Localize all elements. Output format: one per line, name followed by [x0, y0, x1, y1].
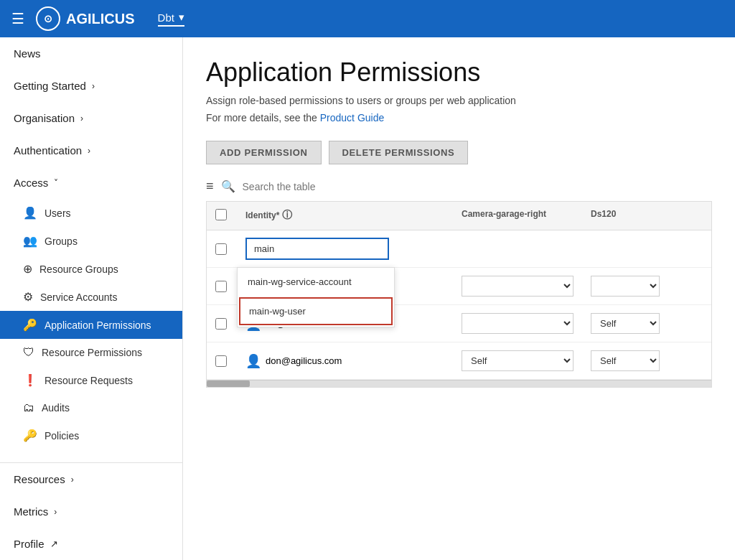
- sidebar-item-news[interactable]: News: [0, 37, 182, 70]
- table-row: 👤 don@agilicus.com Self Self: [207, 342, 711, 380]
- identity-header-label: Identity*: [245, 210, 282, 220]
- external-link-icon: ↗: [50, 538, 58, 549]
- camera-garage-select[interactable]: Self: [462, 350, 574, 371]
- camera-garage-cell: [453, 270, 582, 302]
- sidebar-item-label: Resource Requests: [45, 375, 133, 386]
- tenant-dropdown[interactable]: Dbt ▾: [158, 11, 184, 27]
- sidebar-item-label: Getting Started: [14, 80, 86, 92]
- service-accounts-icon: ⚙: [23, 290, 33, 304]
- row-checkbox[interactable]: [215, 355, 227, 367]
- row-checkbox-cell: [207, 350, 237, 373]
- sidebar-item-label: Application Permissions: [45, 319, 151, 331]
- ds120-select[interactable]: [591, 276, 660, 297]
- extra-cell: [668, 243, 711, 255]
- identity-input[interactable]: [245, 238, 389, 260]
- page-subtitle: Assign role-based permissions to users o…: [206, 95, 712, 106]
- permissions-table: Identity* ⓘ Camera-garage-right Ds120 ma…: [206, 201, 712, 388]
- sidebar-item-service-accounts[interactable]: ⚙ Service Accounts: [0, 283, 182, 311]
- user-row-icon: 👤: [245, 353, 261, 369]
- brand-name: AGILICUS: [66, 11, 135, 27]
- ds120-select[interactable]: Self: [591, 350, 660, 371]
- alert-icon: ❗: [23, 373, 37, 387]
- main-content: Application Permissions Assign role-base…: [183, 37, 735, 560]
- page-link-line: For more details, see the Product Guide: [206, 112, 712, 123]
- identity-cell: 👤 don@agilicus.com: [237, 347, 453, 375]
- menu-icon[interactable]: ☰: [11, 10, 24, 27]
- scrollbar-thumb[interactable]: [207, 381, 250, 387]
- filter-icon[interactable]: ≡: [206, 179, 214, 194]
- ds120-cell: Self: [582, 345, 668, 377]
- identity-cell-editing: main-wg-service-account main-wg-user: [237, 232, 453, 266]
- groups-icon: 👥: [23, 234, 37, 248]
- ds120-select[interactable]: Self: [591, 313, 660, 334]
- chevron-right-icon: ›: [92, 81, 95, 91]
- camera-garage-select[interactable]: [462, 276, 574, 297]
- shield-icon: 🛡: [23, 346, 34, 359]
- sidebar-item-resource-permissions[interactable]: 🛡 Resource Permissions: [0, 339, 182, 366]
- chevron-right-icon: ›: [80, 113, 83, 123]
- ds120-cell: [582, 243, 668, 255]
- table-row: main-wg-service-account main-wg-user: [207, 230, 711, 268]
- sidebar-item-authentication[interactable]: Authentication ›: [0, 134, 182, 167]
- row-checkbox-cell: [207, 312, 237, 335]
- row-checkbox[interactable]: [215, 318, 227, 330]
- camera-garage-cell: Self: [453, 345, 582, 377]
- resource-groups-icon: ⊕: [23, 262, 32, 276]
- sidebar-item-resources[interactable]: Resources ›: [0, 463, 182, 495]
- header-checkbox-cell: [207, 202, 237, 230]
- link-prefix: For more details, see the: [206, 112, 320, 123]
- header-ds120: Ds120: [582, 202, 668, 230]
- camera-garage-cell: [453, 307, 582, 340]
- row-checkbox[interactable]: [215, 243, 227, 255]
- autocomplete-dropdown: main-wg-service-account main-wg-user: [237, 267, 395, 327]
- sidebar-item-metrics[interactable]: Metrics ›: [0, 495, 182, 528]
- sidebar-item-resource-groups[interactable]: ⊕ Resource Groups: [0, 255, 182, 283]
- sidebar-item-access[interactable]: Access ˅: [0, 167, 182, 199]
- tenant-label: Dbt: [158, 11, 174, 24]
- camera-garage-cell: [453, 243, 582, 255]
- sidebar-item-audits[interactable]: 🗂 Audits: [0, 394, 182, 421]
- select-all-checkbox[interactable]: [215, 209, 227, 220]
- sidebar-item-organisation[interactable]: Organisation ›: [0, 102, 182, 134]
- delete-permissions-button[interactable]: DELETE PERMISSIONS: [329, 141, 469, 164]
- action-buttons: ADD PERMISSION DELETE PERMISSIONS: [206, 141, 712, 164]
- sidebar-item-users[interactable]: 👤 Users: [0, 199, 182, 227]
- logo: ⊙ AGILICUS: [36, 6, 135, 31]
- row-checkbox-cell: [207, 275, 237, 298]
- header: ☰ ⊙ AGILICUS Dbt ▾: [0, 0, 735, 37]
- sidebar-item-label: Users: [45, 207, 71, 219]
- sidebar-item-label: Service Accounts: [40, 291, 117, 303]
- product-guide-link[interactable]: Product Guide: [320, 112, 385, 123]
- search-icon: 🔍: [221, 179, 235, 193]
- autocomplete-item-service-account[interactable]: main-wg-service-account: [238, 268, 394, 296]
- chevron-right-icon: ›: [54, 507, 57, 517]
- sidebar-item-label: Resource Permissions: [42, 347, 142, 358]
- sidebar-item-getting-started[interactable]: Getting Started ›: [0, 70, 182, 102]
- sidebar-item-policies[interactable]: 🔑 Policies: [0, 421, 182, 449]
- audits-icon: 🗂: [23, 401, 34, 414]
- sidebar-item-groups[interactable]: 👥 Groups: [0, 227, 182, 255]
- sidebar-item-application-permissions[interactable]: 🔑 Application Permissions: [0, 311, 182, 339]
- row-checkbox[interactable]: [215, 281, 227, 292]
- horizontal-scrollbar[interactable]: [207, 380, 711, 387]
- sidebar-item-resource-requests[interactable]: ❗ Resource Requests: [0, 366, 182, 394]
- sidebar-item-label: Resource Groups: [39, 263, 118, 275]
- add-permission-button[interactable]: ADD PERMISSION: [206, 141, 322, 164]
- chevron-right-icon: ›: [88, 146, 90, 156]
- ds120-cell: [582, 270, 668, 302]
- search-input[interactable]: [243, 181, 386, 192]
- ds120-cell: Self: [582, 307, 668, 340]
- sidebar-item-profile[interactable]: Profile ↗: [0, 528, 182, 560]
- camera-garage-select[interactable]: [462, 313, 574, 334]
- extra-cell: [668, 318, 711, 330]
- autocomplete-item-user[interactable]: main-wg-user: [239, 297, 393, 325]
- header-identity: Identity* ⓘ: [237, 202, 453, 230]
- sidebar-item-label: News: [14, 47, 41, 60]
- chevron-right-icon: ›: [71, 475, 74, 485]
- sidebar-item-label: Authentication: [14, 144, 82, 157]
- chevron-down-icon: ▾: [179, 11, 184, 24]
- extra-cell: [668, 281, 711, 292]
- table-controls: ≡ 🔍: [206, 179, 712, 194]
- table-header: Identity* ⓘ Camera-garage-right Ds120: [207, 202, 711, 230]
- sidebar-item-label: Resources: [14, 473, 65, 485]
